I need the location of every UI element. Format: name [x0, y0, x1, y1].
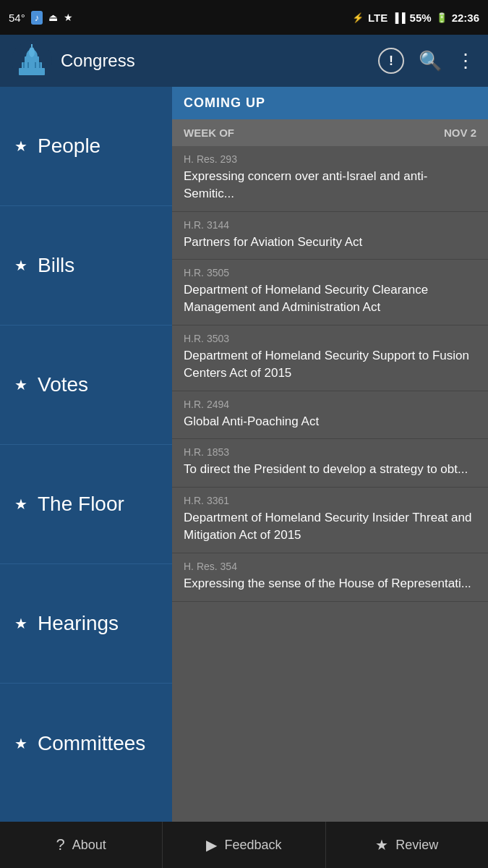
- battery-icon: 🔋: [436, 12, 448, 23]
- svg-rect-7: [23, 62, 25, 68]
- bill-id: H.R. 3361: [184, 495, 476, 506]
- status-right: ⚡ LTE ▐▐ 55% 🔋 22:36: [352, 12, 479, 24]
- about-icon: ?: [56, 835, 65, 854]
- lte-label: LTE: [368, 12, 388, 24]
- sidebar: ★ People ★ Bills ★ Votes ★ The Floor ★ H…: [0, 87, 172, 822]
- sidebar-label-hearings: Hearings: [38, 612, 119, 635]
- signal-icon: ▐▐: [392, 12, 405, 23]
- committees-star-icon: ★: [14, 735, 27, 752]
- sidebar-item-people[interactable]: ★ People: [0, 87, 172, 206]
- tab-review[interactable]: ★ Review: [326, 822, 488, 868]
- review-icon: ★: [375, 836, 388, 854]
- app-title: Congress: [61, 51, 369, 71]
- list-item[interactable]: H.R. 3505 Department of Homeland Securit…: [172, 260, 488, 326]
- battery-label: 55%: [410, 12, 432, 24]
- list-item[interactable]: H.R. 3144 Partners for Aviation Security…: [172, 212, 488, 260]
- sidebar-item-bills[interactable]: ★ Bills: [0, 206, 172, 326]
- votes-star-icon: ★: [14, 376, 27, 393]
- list-item[interactable]: H.R. 3503 Department of Homeland Securit…: [172, 326, 488, 391]
- bills-star-icon: ★: [14, 257, 27, 274]
- svg-point-5: [29, 47, 35, 57]
- floor-star-icon: ★: [14, 495, 27, 513]
- tab-about[interactable]: ? About: [0, 822, 163, 868]
- tab-feedback[interactable]: ▶ Feedback: [163, 822, 325, 868]
- sidebar-label-people: People: [38, 135, 100, 158]
- bill-id: H.R. 3503: [184, 333, 476, 344]
- sidebar-label-bills: Bills: [38, 254, 74, 277]
- search-button[interactable]: 🔍: [419, 50, 442, 72]
- alert-button[interactable]: !: [378, 48, 404, 74]
- bill-id: H. Res. 354: [184, 561, 476, 572]
- sidebar-label-the-floor: The Floor: [38, 493, 124, 516]
- svg-rect-10: [39, 62, 40, 68]
- feedback-icon: ▶: [206, 836, 217, 854]
- hearings-star-icon: ★: [14, 615, 27, 632]
- svg-rect-9: [35, 62, 36, 68]
- app-header: Congress ! 🔍 ⋮: [0, 35, 488, 87]
- list-item[interactable]: H. Res. 354 Expressing the sense of the …: [172, 553, 488, 602]
- bill-title: Partners for Aviation Security Act: [184, 234, 476, 251]
- people-star-icon: ★: [14, 137, 27, 155]
- status-left: 54° ♪ ⏏ ★: [9, 11, 73, 25]
- more-button[interactable]: ⋮: [456, 50, 476, 72]
- list-item[interactable]: H.R. 1853 To direct the President to dev…: [172, 439, 488, 488]
- tape-icon: ⏏: [48, 12, 58, 23]
- coming-up-header: COMING UP: [172, 87, 488, 119]
- sidebar-item-votes[interactable]: ★ Votes: [0, 326, 172, 445]
- bill-id: H.R. 3505: [184, 267, 476, 278]
- bill-title: Department of Homeland Security Support …: [184, 347, 476, 382]
- bill-title: Expressing concern over anti-Israel and …: [184, 168, 476, 203]
- week-label: WEEK OF: [184, 127, 234, 139]
- coming-up-title: COMING UP: [184, 95, 265, 110]
- bill-id: H. Res. 293: [184, 153, 476, 165]
- sidebar-item-the-floor[interactable]: ★ The Floor: [0, 445, 172, 564]
- week-header: WEEK OF NOV 2: [172, 119, 488, 146]
- sidebar-item-hearings[interactable]: ★ Hearings: [0, 564, 172, 684]
- sidebar-label-committees: Committees: [38, 732, 145, 755]
- star-icon: ★: [64, 12, 73, 23]
- header-icons: ! 🔍 ⋮: [378, 48, 476, 74]
- bill-title: Expressing the sense of the House of Rep…: [184, 575, 476, 592]
- time-display: 22:36: [452, 12, 479, 24]
- list-item[interactable]: H. Res. 293 Expressing concern over anti…: [172, 146, 488, 212]
- app-logo: [12, 41, 52, 81]
- review-label: Review: [395, 838, 438, 853]
- bill-id: H.R. 2494: [184, 399, 476, 410]
- alert-icon: !: [389, 54, 393, 69]
- list-item[interactable]: H.R. 2494 Global Anti-Poaching Act: [172, 391, 488, 440]
- content-panel: COMING UP WEEK OF NOV 2 H. Res. 293 Expr…: [172, 87, 488, 822]
- week-date: NOV 2: [444, 127, 476, 139]
- sidebar-item-committees[interactable]: ★ Committees: [0, 684, 172, 803]
- main-content: ★ People ★ Bills ★ Votes ★ The Floor ★ H…: [0, 87, 488, 822]
- bill-title: Department of Homeland Security Clearanc…: [184, 281, 476, 316]
- svg-rect-8: [27, 62, 29, 68]
- bill-id: H.R. 1853: [184, 446, 476, 458]
- bottom-bar: ? About ▶ Feedback ★ Review: [0, 822, 488, 868]
- list-item[interactable]: H.R. 3361 Department of Homeland Securit…: [172, 488, 488, 553]
- sidebar-label-votes: Votes: [38, 373, 88, 396]
- bill-title: Department of Homeland Security Insider …: [184, 509, 476, 544]
- bill-title: To direct the President to develop a str…: [184, 461, 476, 478]
- feedback-label: Feedback: [224, 838, 281, 853]
- music-icon: ♪: [31, 11, 43, 25]
- temperature: 54°: [9, 12, 25, 24]
- about-label: About: [72, 838, 106, 853]
- bill-title: Global Anti-Poaching Act: [184, 413, 476, 430]
- bill-id: H.R. 3144: [184, 219, 476, 231]
- status-bar: 54° ♪ ⏏ ★ ⚡ LTE ▐▐ 55% 🔋 22:36: [0, 0, 488, 35]
- bluetooth-icon: ⚡: [352, 12, 364, 23]
